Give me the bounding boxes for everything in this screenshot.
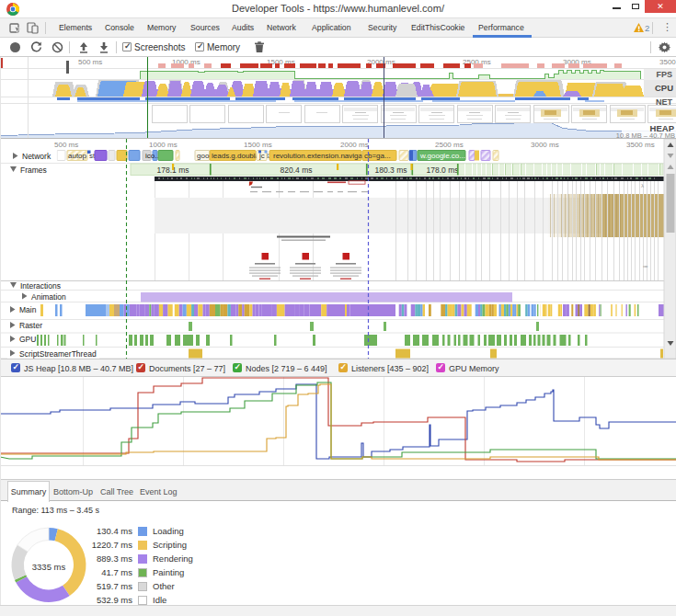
svg-text:Frames: Frames xyxy=(20,165,47,175)
svg-text:Main: Main xyxy=(19,305,37,314)
svg-text:autop: autop xyxy=(68,152,87,160)
svg-text:Network: Network xyxy=(22,152,52,161)
svg-text:820.4 ms: 820.4 ms xyxy=(281,165,313,175)
svg-text:jc: jc xyxy=(258,152,265,160)
svg-text:Animation: Animation xyxy=(31,292,66,302)
svg-text:λ: λ xyxy=(641,183,644,188)
svg-text:2000 ms: 2000 ms xyxy=(340,141,369,149)
svg-text:FPS: FPS xyxy=(656,70,672,79)
svg-text:Interactions: Interactions xyxy=(20,281,61,291)
svg-text:1500 ms: 1500 ms xyxy=(244,141,272,149)
svg-text:w.google.co...: w.google.co... xyxy=(419,152,465,160)
svg-text:≔: ≔ xyxy=(643,264,648,269)
svg-text:500 ms: 500 ms xyxy=(78,58,102,66)
svg-text:500 ms: 500 ms xyxy=(54,141,78,149)
svg-text:CPU: CPU xyxy=(655,83,673,93)
svg-text:178.0 ms: 178.0 ms xyxy=(427,165,459,175)
svg-text:Raster: Raster xyxy=(19,321,42,330)
svg-text:1000 ms: 1000 ms xyxy=(149,141,178,149)
svg-text:3500: 3500 xyxy=(659,58,676,66)
svg-text:revolution.extension.navigat: revolution.extension.navigat xyxy=(273,152,365,160)
svg-text:180.3 ms: 180.3 ms xyxy=(375,165,407,175)
svg-text:3000 ms: 3000 ms xyxy=(531,141,559,149)
svg-text:3500 ms: 3500 ms xyxy=(626,141,655,149)
svg-text:ScriptStreamerThread: ScriptStreamerThread xyxy=(19,349,97,359)
svg-text:2500 ms: 2500 ms xyxy=(435,141,464,149)
svg-text:GPU: GPU xyxy=(19,335,36,344)
